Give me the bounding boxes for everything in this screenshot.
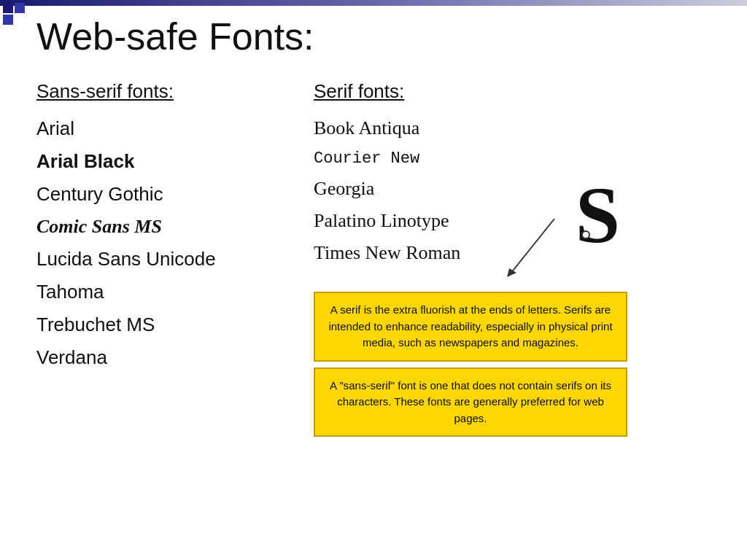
content-area: Sans-serif fonts: Arial Arial Black Cent…	[36, 80, 725, 545]
pixel-7	[3, 26, 13, 36]
pixel-4	[3, 15, 13, 25]
pixel-6	[26, 15, 36, 25]
svg-line-0	[511, 219, 554, 273]
sans-serif-info-box: A "sans-serif" font is one that does not…	[314, 368, 627, 438]
font-century-gothic: Century Gothic	[36, 183, 314, 206]
top-bar	[0, 0, 747, 6]
font-arial-black: Arial Black	[36, 150, 314, 173]
corner-decoration	[3, 3, 36, 36]
serif-column: Serif fonts: Book Antiqua Courier New Ge…	[314, 80, 635, 379]
font-comic-sans: Comic Sans MS	[36, 216, 314, 238]
page-title: Web-safe Fonts:	[36, 15, 314, 58]
arrow-svg	[489, 211, 635, 284]
pixel-5	[15, 15, 25, 25]
font-lucida: Lucida Sans Unicode	[36, 248, 314, 271]
serif-info-box: A serif is the extra fluorish at the end…	[314, 292, 627, 362]
font-verdana: Verdana	[36, 346, 314, 369]
pixel-8	[15, 26, 25, 36]
serif-header: Serif fonts:	[314, 80, 635, 103]
sans-serif-column: Sans-serif fonts: Arial Arial Black Cent…	[36, 80, 314, 379]
info-boxes: A serif is the extra fluorish at the end…	[314, 292, 627, 443]
svg-marker-1	[507, 268, 516, 277]
pixel-3	[26, 3, 36, 13]
big-s-container: S	[540, 175, 627, 262]
pixel-2	[15, 3, 25, 13]
font-arial: Arial	[36, 117, 314, 140]
font-courier-new: Courier New	[314, 149, 635, 168]
pixel-9	[26, 26, 36, 36]
columns: Sans-serif fonts: Arial Arial Black Cent…	[36, 80, 725, 379]
sans-serif-header: Sans-serif fonts:	[36, 80, 314, 103]
pixel-1	[3, 3, 13, 13]
font-book-antiqua: Book Antiqua	[314, 117, 635, 139]
font-tahoma: Tahoma	[36, 281, 314, 303]
font-trebuchet: Trebuchet MS	[36, 314, 314, 336]
